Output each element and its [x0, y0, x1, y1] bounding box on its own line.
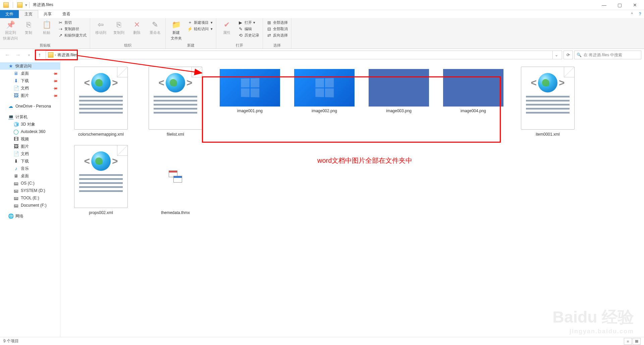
close-button[interactable]: ✕ — [627, 0, 643, 10]
label: 编辑 — [245, 26, 252, 31]
moveto-icon: ⇦ — [96, 20, 105, 29]
ribbon-collapse-icon[interactable]: ^ — [628, 10, 636, 18]
edit-button[interactable]: ✎编辑 — [236, 26, 261, 32]
new-folder-button[interactable]: 📁新建文件夹 — [168, 19, 184, 41]
invert-selection-button[interactable]: ⇄反向选择 — [265, 32, 289, 38]
invert-icon: ⇄ — [266, 32, 272, 38]
tab-file[interactable]: 文件 — [0, 10, 19, 18]
separator — [13, 2, 13, 8]
tab-view[interactable]: 查看 — [57, 10, 76, 18]
copy-button[interactable]: ⎘ 复制 — [20, 19, 37, 35]
maximize-button[interactable]: ▢ — [612, 0, 627, 10]
copyto-icon: ⎘ — [114, 20, 123, 29]
copy-path-button[interactable]: ⇢复制路径 — [56, 26, 88, 32]
delete-button[interactable]: ✕删除 — [128, 19, 145, 35]
label: 复制 — [25, 30, 32, 35]
label: 粘贴 — [43, 30, 50, 35]
label: 固定到 — [5, 30, 16, 35]
ribbon-group-select: ⊞全部选择 ⊟全部取消 ⇄反向选择 选择 — [263, 18, 291, 49]
newitem-icon: ＋ — [187, 20, 193, 25]
selectnone-icon: ⊟ — [266, 26, 272, 31]
rename-icon: ✎ — [150, 20, 160, 29]
forward-button[interactable]: → — [13, 50, 23, 60]
label: 历史记录 — [245, 33, 259, 38]
selectall-icon: ⊞ — [266, 20, 272, 25]
select-none-button[interactable]: ⊟全部取消 — [265, 26, 289, 32]
open-icon: ▶ — [238, 20, 243, 25]
minimize-button[interactable]: — — [596, 0, 612, 10]
group-label: 打开 — [218, 42, 261, 49]
label: 属性 — [223, 30, 230, 35]
group-label: 剪贴板 — [2, 42, 88, 49]
label: 反向选择 — [273, 33, 288, 38]
tab-home[interactable]: 主页 — [19, 10, 38, 18]
label: 轻松访问 — [194, 26, 209, 31]
moveto-button[interactable]: ⇦移动到 — [92, 19, 109, 35]
folder-icon: 📁 — [171, 20, 181, 29]
window-title: 将进酒.files — [33, 2, 53, 8]
search-icon: 🔍 — [577, 53, 582, 57]
new-item-button[interactable]: ＋新建项目▾ — [186, 19, 214, 25]
ribbon-group-organize: ⇦移动到 ⎘复制到 ✕删除 ✎重命名 组织 — [90, 18, 166, 49]
history-button[interactable]: ⟲历史记录 — [236, 32, 261, 38]
label: 复制到 — [113, 30, 124, 35]
pin-button[interactable]: 📌 固定到 快速访问 — [2, 19, 19, 41]
address-bar: ← → ▾ ↑ › 将进酒.files ⌄ ⟳ 🔍 在 将进酒.files 中搜… — [0, 49, 644, 61]
paste-icon: 📋 — [42, 20, 51, 29]
titlebar: ▾ 将进酒.files — ▢ ✕ — [0, 0, 644, 10]
chevron-down-icon: ▾ — [211, 20, 213, 25]
label: 粘贴快捷方式 — [64, 33, 87, 38]
edit-icon: ✎ — [238, 26, 243, 31]
crumb-sep-icon: › — [55, 53, 56, 57]
qat-dropdown-icon[interactable]: ▾ — [25, 3, 27, 7]
history-icon: ⟲ — [238, 32, 243, 38]
address-dropdown-icon[interactable]: ⌄ — [552, 51, 560, 59]
folder-icon — [48, 52, 53, 58]
rename-button[interactable]: ✎重命名 — [147, 19, 163, 35]
label: 全部取消 — [273, 26, 288, 31]
label: 复制路径 — [64, 26, 79, 31]
label: 剪切 — [64, 20, 72, 25]
paste-button[interactable]: 📋 粘贴 — [38, 19, 55, 35]
label: 删除 — [133, 30, 141, 35]
address-input[interactable]: › 将进酒.files ⌄ — [46, 51, 562, 59]
recent-dropdown[interactable]: ▾ — [24, 50, 34, 60]
cut-icon: ✂ — [58, 20, 63, 25]
separator — [29, 2, 30, 8]
easy-access-button[interactable]: ⚡轻松访问▾ — [186, 26, 214, 32]
cut-button[interactable]: ✂剪切 — [56, 19, 88, 25]
group-label: 选择 — [265, 42, 289, 49]
ribbon-tabs: 文件 主页 共享 查看 ^ ? — [0, 10, 644, 18]
up-button[interactable]: ↑ — [35, 50, 44, 60]
select-all-button[interactable]: ⊞全部选择 — [265, 19, 289, 25]
label: 新建 — [172, 30, 180, 35]
delete-icon: ✕ — [132, 20, 142, 29]
ribbon-group-clipboard: 📌 固定到 快速访问 ⎘ 复制 📋 粘贴 ✂剪切 ⇢复制路径 ↗粘贴快捷方式 剪… — [0, 18, 90, 49]
label: 全部选择 — [273, 20, 288, 25]
breadcrumb[interactable]: 将进酒.files — [57, 52, 78, 58]
label: 移动到 — [95, 30, 106, 35]
path-icon: ⇢ — [58, 26, 63, 31]
ribbon: 📌 固定到 快速访问 ⎘ 复制 📋 粘贴 ✂剪切 ⇢复制路径 ↗粘贴快捷方式 剪… — [0, 18, 644, 49]
open-button[interactable]: ▶打开▾ — [236, 19, 261, 25]
paste-shortcut-button[interactable]: ↗粘贴快捷方式 — [56, 32, 88, 38]
easy-icon: ⚡ — [187, 26, 193, 31]
label: 重命名 — [150, 30, 161, 35]
refresh-button[interactable]: ⟳ — [564, 51, 573, 59]
props-icon: ✔ — [222, 20, 231, 29]
ribbon-group-open: ✔属性 ▶打开▾ ✎编辑 ⟲历史记录 打开 — [216, 18, 263, 49]
ribbon-group-new: 📁新建文件夹 ＋新建项目▾ ⚡轻松访问▾ 新建 — [166, 18, 216, 49]
back-button[interactable]: ← — [3, 50, 12, 60]
label: 打开 — [245, 20, 252, 25]
chevron-down-icon: ▾ — [253, 20, 255, 25]
tab-share[interactable]: 共享 — [38, 10, 57, 18]
pin-icon: 📌 — [6, 20, 15, 29]
properties-button[interactable]: ✔属性 — [218, 19, 235, 35]
chevron-down-icon: ▾ — [211, 27, 213, 31]
help-icon[interactable]: ? — [636, 10, 644, 18]
search-placeholder: 在 将进酒.files 中搜索 — [584, 52, 622, 58]
copyto-button[interactable]: ⎘复制到 — [110, 19, 127, 35]
search-input[interactable]: 🔍 在 将进酒.files 中搜索 — [574, 51, 641, 59]
copy-icon: ⎘ — [24, 20, 33, 29]
label: 新建项目 — [194, 20, 209, 25]
